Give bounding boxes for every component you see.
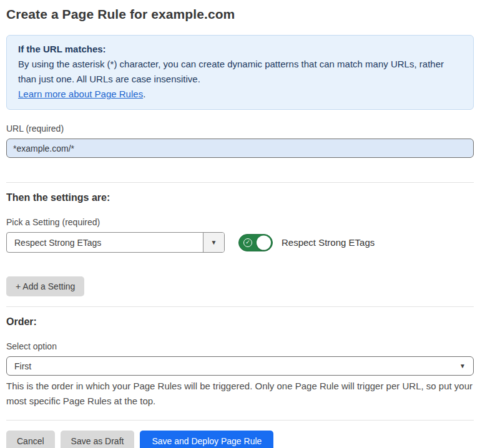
info-box-link-line: Learn more about Page Rules. (18, 87, 462, 102)
order-select[interactable]: First ▼ (6, 356, 474, 376)
setting-toggle[interactable]: ✓ (238, 234, 273, 251)
info-box-heading: If the URL matches: (18, 42, 462, 57)
divider (6, 420, 474, 421)
settings-section-heading: Then the settings are: (6, 192, 474, 203)
page-rule-form: Create a Page Rule for example.com If th… (0, 0, 480, 448)
setting-row: Respect Strong ETags ▼ ✓ Respect Strong … (6, 232, 474, 253)
toggle-knob (257, 235, 271, 250)
info-box-body-text: By using the asterisk (*) character, you… (18, 59, 444, 84)
toggle-label: Respect Strong ETags (282, 237, 375, 248)
page-title: Create a Page Rule for example.com (6, 7, 474, 22)
setting-select-arrow-button[interactable]: ▼ (203, 233, 224, 252)
divider (6, 306, 474, 307)
info-box-body: By using the asterisk (*) character, you… (18, 57, 462, 87)
link-suffix: . (143, 89, 145, 99)
order-select-value: First (14, 361, 31, 371)
save-deploy-button[interactable]: Save and Deploy Page Rule (140, 431, 273, 448)
setting-select[interactable]: Respect Strong ETags ▼ (6, 232, 225, 253)
check-icon: ✓ (243, 238, 252, 247)
chevron-down-icon: ▼ (459, 363, 466, 369)
url-match-info-box: If the URL matches: By using the asteris… (6, 35, 474, 110)
order-help-text: This is the order in which your Page Rul… (6, 379, 474, 409)
setting-select-value: Respect Strong ETags (7, 233, 203, 252)
learn-more-link[interactable]: Learn more about Page Rules (18, 89, 143, 99)
cancel-button[interactable]: Cancel (6, 431, 55, 448)
url-field-label: URL (required) (6, 124, 474, 134)
setting-picker-label: Pick a Setting (required) (6, 217, 474, 227)
footer-actions: Cancel Save as Draft Save and Deploy Pag… (6, 431, 474, 448)
url-input[interactable] (6, 139, 474, 158)
divider (6, 182, 474, 183)
add-setting-button[interactable]: + Add a Setting (6, 276, 84, 296)
chevron-down-icon: ▼ (211, 239, 217, 246)
save-draft-button[interactable]: Save as Draft (61, 431, 135, 448)
order-section-heading: Order: (6, 316, 474, 328)
order-select-label: Select option (6, 341, 474, 351)
